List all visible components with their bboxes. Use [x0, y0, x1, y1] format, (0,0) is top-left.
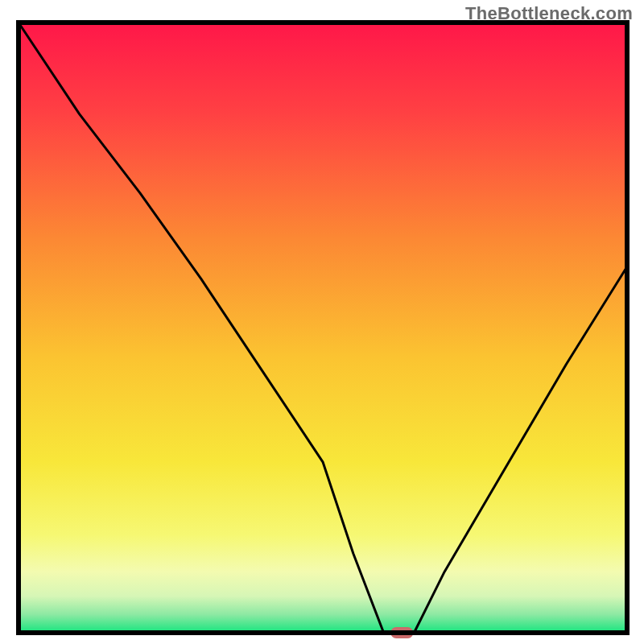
svg-rect-0: [19, 23, 627, 633]
watermark-text: TheBottleneck.com: [465, 3, 633, 24]
chart-container: TheBottleneck.com: [0, 0, 644, 644]
bottleneck-chart: [0, 0, 644, 644]
